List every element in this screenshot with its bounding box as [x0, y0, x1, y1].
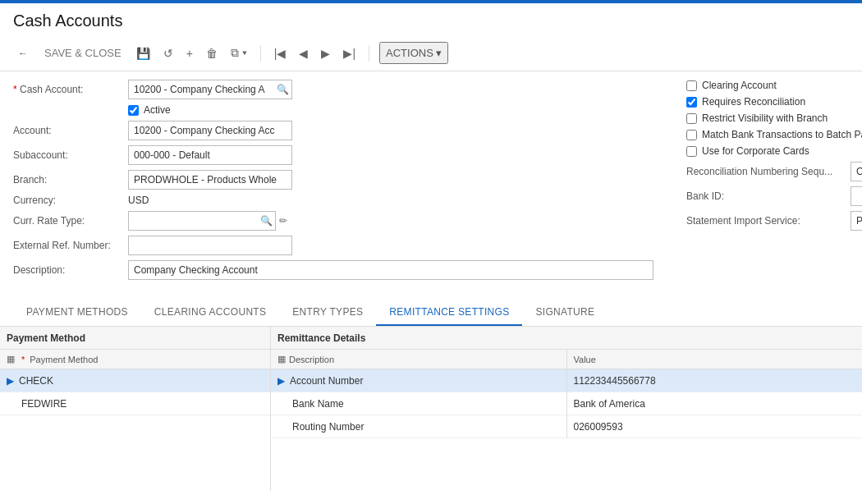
- rem-col-desc-label: Description: [289, 355, 334, 364]
- tab-entry-types[interactable]: ENTRY TYPES: [279, 300, 376, 326]
- back-icon: ←: [18, 48, 28, 59]
- bank-id-label: Bank ID:: [686, 190, 851, 202]
- curr-rate-row: Curr. Rate Type: 🔍 ✏: [13, 211, 653, 231]
- rem-desc-2: Bank Name: [292, 398, 344, 410]
- curr-rate-label: Curr. Rate Type:: [13, 215, 128, 227]
- statement-import-label: Statement Import Service:: [686, 215, 851, 227]
- payment-methods-subheader: ▦ * Payment Method: [0, 350, 270, 369]
- remittance-cols: ▦ Description ▶ Account Number Bank Name…: [271, 350, 862, 438]
- rem-row-routing-number[interactable]: Routing Number: [271, 415, 566, 438]
- pm-row-label-fedwire: FEDWIRE: [21, 398, 66, 410]
- use-corporate-row: Use for Corporate Cards: [686, 145, 862, 157]
- grid-icon-pm: ▦: [7, 354, 15, 364]
- statement-import-input[interactable]: [851, 211, 862, 231]
- clearing-account-label: Clearing Account: [702, 80, 777, 91]
- save-close-button[interactable]: SAVE & CLOSE: [39, 44, 126, 62]
- recon-seq-input[interactable]: [851, 162, 862, 181]
- recon-seq-label: Reconciliation Numbering Sequ...: [686, 166, 851, 177]
- active-row: Active: [128, 104, 653, 116]
- ext-ref-input[interactable]: [128, 236, 292, 255]
- ext-ref-row: External Ref. Number:: [13, 236, 653, 255]
- copy-icon[interactable]: ⧉ ▾: [227, 43, 250, 63]
- page-title: Cash Accounts: [0, 3, 862, 35]
- active-checkbox[interactable]: [128, 105, 139, 116]
- payment-methods-header: Payment Method: [0, 327, 270, 350]
- pm-row-fedwire[interactable]: FEDWIRE: [0, 392, 270, 415]
- restrict-visibility-row: Restrict Visibility with Branch: [686, 112, 862, 124]
- undo-icon[interactable]: ↺: [160, 44, 177, 63]
- branch-row: Branch:: [13, 170, 653, 190]
- ext-ref-label: External Ref. Number:: [13, 240, 128, 251]
- tab-clearing-accounts[interactable]: CLEARING ACCOUNTS: [141, 300, 279, 326]
- prev-icon[interactable]: ◀: [296, 44, 311, 63]
- rem-val-2: Bank of America: [574, 398, 645, 410]
- tab-payment-methods[interactable]: PAYMENT METHODS: [13, 300, 141, 326]
- pm-row-label-check: CHECK: [19, 375, 53, 387]
- clearing-account-checkbox[interactable]: [686, 80, 697, 91]
- bank-id-input[interactable]: [851, 186, 862, 206]
- remittance-val-header: Value: [567, 350, 863, 369]
- pm-row-check[interactable]: ▶ CHECK: [0, 369, 270, 392]
- curr-rate-edit-icon[interactable]: ✏: [279, 215, 287, 227]
- match-bank-row: Match Bank Transactions to Batch Payment…: [686, 129, 862, 140]
- requires-reconciliation-checkbox[interactable]: [686, 97, 697, 108]
- cash-account-search-icon[interactable]: 🔍: [277, 84, 289, 95]
- cash-account-label: Cash Account:: [13, 84, 128, 95]
- rem-val-routing-number: 026009593: [567, 415, 863, 438]
- curr-rate-search-icon[interactable]: 🔍: [260, 215, 273, 227]
- rem-row-bank-name[interactable]: Bank Name: [271, 392, 566, 415]
- description-input[interactable]: [128, 260, 653, 280]
- required-star-pm: *: [21, 355, 25, 364]
- last-icon[interactable]: ▶|: [340, 44, 359, 63]
- rem-row-account-number[interactable]: ▶ Account Number: [271, 369, 566, 392]
- cash-account-input[interactable]: [128, 80, 292, 99]
- use-corporate-checkbox[interactable]: [686, 146, 697, 157]
- subaccount-input[interactable]: [128, 145, 292, 165]
- rem-val-1: 112233445566778: [574, 375, 656, 387]
- first-icon[interactable]: |◀: [271, 44, 290, 63]
- match-bank-label: Match Bank Transactions to Batch Payment…: [702, 129, 862, 140]
- save-icon[interactable]: 💾: [133, 44, 154, 63]
- form-right: Clearing Account Requires Reconciliation…: [653, 80, 862, 285]
- back-button[interactable]: ←: [13, 44, 33, 62]
- tab-signature[interactable]: SIGNATURE: [522, 300, 608, 326]
- tab-content: Payment Method ▦ * Payment Method ▶ CHEC…: [0, 327, 862, 491]
- rem-row-arrow-1: ▶: [277, 375, 285, 387]
- branch-input[interactable]: [128, 170, 292, 190]
- rem-desc-3: Routing Number: [292, 421, 364, 433]
- actions-button[interactable]: ACTIONS ▾: [379, 42, 448, 64]
- bank-id-row: Bank ID: 🔍 ✏: [686, 186, 862, 206]
- cash-account-field: 🔍: [128, 80, 292, 99]
- next-icon[interactable]: ▶: [318, 44, 333, 63]
- statement-import-field: 🔍: [851, 211, 862, 231]
- tab-remittance-settings[interactable]: REMITTANCE SETTINGS: [376, 300, 522, 326]
- active-label: Active: [144, 104, 171, 116]
- recon-seq-row: Reconciliation Numbering Sequ... 🔍 ✏: [686, 162, 862, 181]
- remittance-desc-header: ▦ Description: [271, 350, 566, 369]
- add-icon[interactable]: +: [183, 44, 196, 63]
- restrict-visibility-label: Restrict Visibility with Branch: [702, 112, 828, 124]
- rem-col-val-label: Value: [574, 355, 596, 364]
- remittance-val-col: Value 112233445566778 Bank of America 02…: [567, 350, 863, 438]
- separator-2: [369, 45, 369, 62]
- toolbar: ← SAVE & CLOSE 💾 ↺ + 🗑 ⧉ ▾ |◀ ◀ ▶ ▶| ACT…: [0, 35, 862, 71]
- pm-col-header: Payment Method: [30, 355, 98, 364]
- rem-val-3: 026009593: [574, 421, 623, 433]
- account-row: Account:: [13, 121, 653, 140]
- subaccount-label: Subaccount:: [13, 149, 128, 161]
- clearing-account-row: Clearing Account: [686, 80, 862, 91]
- bank-id-field: 🔍: [851, 186, 862, 206]
- description-label: Description:: [13, 264, 128, 276]
- separator-1: [260, 45, 261, 62]
- requires-reconciliation-row: Requires Reconciliation: [686, 96, 862, 108]
- remittance-panel: Remittance Details ▦ Description ▶ Accou…: [271, 327, 862, 491]
- restrict-visibility-checkbox[interactable]: [686, 113, 697, 124]
- tabs-bar: PAYMENT METHODS CLEARING ACCOUNTS ENTRY …: [0, 300, 862, 327]
- match-bank-checkbox[interactable]: [686, 130, 697, 140]
- account-input[interactable]: [128, 121, 292, 140]
- description-row: Description:: [13, 260, 653, 280]
- rem-desc-1: Account Number: [290, 375, 363, 387]
- delete-icon[interactable]: 🗑: [203, 44, 221, 63]
- payment-methods-panel: Payment Method ▦ * Payment Method ▶ CHEC…: [0, 327, 271, 491]
- curr-rate-input[interactable]: [128, 211, 276, 231]
